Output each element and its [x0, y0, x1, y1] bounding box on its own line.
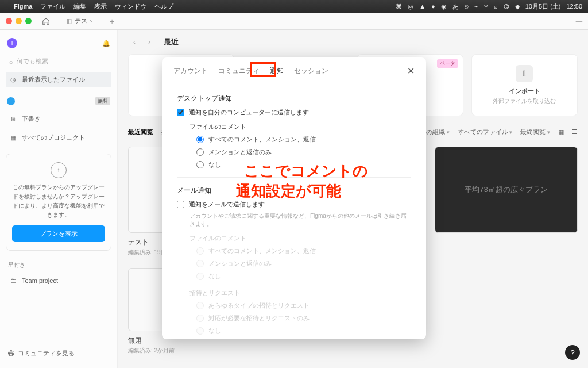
radio-input: [196, 247, 204, 255]
status-icon: ⌘: [396, 3, 402, 10]
modal-tab-account[interactable]: アカウント: [173, 66, 208, 76]
radio-label: なし: [208, 160, 221, 169]
menubar-time[interactable]: 12:50: [566, 3, 582, 10]
radio-input[interactable]: [196, 136, 204, 143]
search-icon[interactable]: ⌕: [494, 3, 498, 10]
radio-label: すべてのコメント、メンション、返信: [208, 247, 316, 255]
traffic-lights[interactable]: [6, 18, 32, 24]
radio-input[interactable]: [196, 161, 204, 168]
settings-modal: アカウント コミュニティ 通知 セッション ✕ デスクトップ通知 通知を自分のコ…: [162, 57, 426, 339]
email-file-comments-label: ファイルのコメント: [189, 234, 411, 243]
radio-label: なし: [208, 327, 221, 335]
siri-icon[interactable]: ◆: [515, 3, 520, 10]
menubar-date[interactable]: 10月5日 (土): [525, 2, 561, 11]
radio-all-comments: すべてのコメント、メンション、返信: [196, 247, 411, 255]
radio-input: [196, 327, 204, 335]
radio-label: 対応が必要な招待とリクエストのみ: [208, 314, 310, 323]
menu-help[interactable]: ヘルプ: [154, 2, 173, 11]
tab-home[interactable]: [36, 15, 56, 28]
section-desktop-title: デスクトップ通知: [177, 94, 411, 103]
status-lang[interactable]: あ: [452, 2, 459, 11]
status-icon: ●: [431, 3, 435, 10]
radio-all-comments[interactable]: すべてのコメント、メンション、返信: [196, 135, 411, 144]
modal-overlay: アカウント コミュニティ 通知 セッション ✕ デスクトップ通知 通知を自分のコ…: [0, 30, 588, 368]
menu-window[interactable]: ウィンドウ: [115, 2, 146, 11]
radio-mentions[interactable]: メンションと返信のみ: [196, 148, 411, 156]
annotation-highlight: [250, 62, 276, 77]
bluetooth-icon[interactable]: ⎋: [465, 3, 469, 10]
email-checkbox[interactable]: [177, 201, 184, 208]
radio-required-invites: 対応が必要な招待とリクエストのみ: [196, 314, 411, 323]
radio-label: あらゆるタイプの招待とリクエスト: [208, 301, 310, 310]
radio-label: なし: [208, 272, 221, 281]
radio-input: [196, 315, 204, 322]
radio-label: すべてのコメント、メンション、返信: [208, 135, 316, 144]
status-icon: ◉: [441, 3, 447, 10]
tab-label: テスト: [75, 17, 94, 25]
desktop-checkbox[interactable]: [177, 109, 184, 116]
email-note: アカウントやご請求に関する重要な情報など、Figmaからの他のメールは引き続き届…: [189, 212, 411, 228]
tab-file[interactable]: ◧ テスト: [60, 14, 99, 28]
radio-label: メンションと返信のみ: [208, 259, 272, 268]
radio-input: [196, 273, 204, 280]
section-email-title: メール通知: [177, 186, 411, 195]
radio-none: なし: [196, 272, 411, 281]
checkbox-label: 通知を自分のコンピューターに送信します: [189, 108, 309, 117]
radio-label: メンションと返信のみ: [208, 148, 272, 156]
wifi-icon[interactable]: ⌔: [484, 3, 488, 10]
file-icon: ◧: [66, 17, 72, 25]
menu-view[interactable]: 表示: [94, 2, 107, 11]
status-icon: ◎: [408, 3, 413, 10]
menu-file[interactable]: ファイル: [40, 2, 65, 11]
radio-all-invites: あらゆるタイプの招待とリクエスト: [196, 301, 411, 310]
tab-new[interactable]: +: [104, 14, 120, 28]
radio-input: [196, 260, 204, 267]
desktop-checkbox-row[interactable]: 通知を自分のコンピューターに送信します: [177, 108, 411, 117]
modal-tabs: アカウント コミュニティ 通知 セッション ✕: [162, 57, 426, 85]
menu-edit[interactable]: 編集: [74, 2, 86, 11]
battery-icon: ⌁: [474, 3, 478, 10]
close-button[interactable]: ✕: [407, 66, 415, 76]
email-checkbox-row[interactable]: 通知をメールで送信します: [177, 200, 411, 209]
checkbox-label: 通知をメールで送信します: [189, 200, 265, 209]
macos-menubar: Figma ファイル 編集 表示 ウィンドウ ヘルプ ⌘ ◎ ▲ ● ◉ あ ⎋…: [0, 0, 588, 13]
modal-tab-sessions[interactable]: セッション: [294, 66, 328, 76]
status-icon: ▲: [419, 3, 425, 10]
modal-body: デスクトップ通知 通知を自分のコンピューターに送信します ファイルのコメント す…: [162, 85, 426, 339]
invites-label: 招待とリクエスト: [189, 289, 411, 297]
control-center-icon[interactable]: ⌬: [504, 3, 509, 10]
file-comments-label: ファイルのコメント: [189, 122, 411, 131]
radio-mentions: メンションと返信のみ: [196, 259, 411, 268]
window-menu-icon[interactable]: ─: [576, 16, 582, 26]
help-button[interactable]: ?: [565, 345, 580, 360]
app-name[interactable]: Figma: [14, 3, 32, 10]
radio-none-invites: なし: [196, 327, 411, 335]
radio-none[interactable]: なし: [196, 160, 411, 169]
radio-input: [196, 302, 204, 309]
radio-input[interactable]: [196, 148, 204, 156]
window-titlebar: ◧ テスト + ─: [0, 13, 588, 30]
home-icon: [42, 17, 50, 25]
